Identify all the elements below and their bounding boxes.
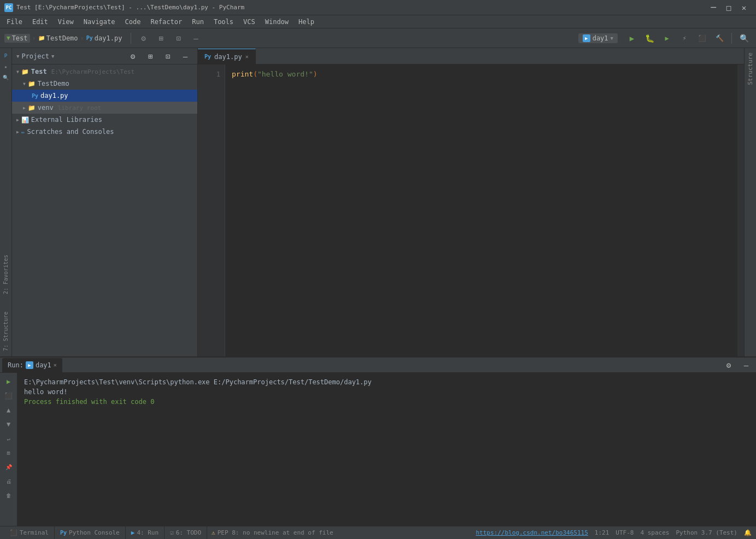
app-icon: PC xyxy=(4,3,13,12)
run-tab-label: Run: xyxy=(8,361,24,369)
collapse-tree-icon[interactable]: — xyxy=(178,49,193,64)
tab-close-day1py[interactable]: ✕ xyxy=(245,54,249,60)
menu-code[interactable]: Code xyxy=(121,17,145,27)
profile-button[interactable]: ⚡ xyxy=(677,31,692,46)
tree-item-testdemo[interactable]: ▼ 📁 TestDemo xyxy=(12,78,197,90)
menu-run[interactable]: Run xyxy=(187,17,208,27)
toolbar-sep2 xyxy=(731,33,732,44)
menu-help[interactable]: Help xyxy=(294,17,319,27)
favorites-label[interactable]: 2: Favorites xyxy=(3,251,9,297)
status-position[interactable]: 1:21 xyxy=(595,529,610,536)
menu-bar: File Edit View Navigate Code Refactor Ru… xyxy=(0,15,756,28)
expand-btn[interactable]: ⊡ xyxy=(171,31,186,46)
menu-navigate[interactable]: Navigate xyxy=(79,17,120,27)
run-tab-icon: ▶ xyxy=(26,361,33,369)
editor-tab-day1py[interactable]: Py day1.py ✕ xyxy=(198,49,256,64)
project-sidebar-icon[interactable]: P xyxy=(1,50,11,61)
pep-warning-text: PEP 8: no newline at end of file xyxy=(218,529,333,536)
menu-tools[interactable]: Tools xyxy=(209,17,238,27)
project-dropdown-arrow[interactable]: ▼ xyxy=(51,54,54,59)
tree-item-test[interactable]: ▼ 📁 Test E:\PycharmProjects\Test xyxy=(12,66,197,78)
print-icon[interactable]: 🖨 xyxy=(2,474,15,488)
tree-item-day1py[interactable]: Py day1.py xyxy=(12,90,197,102)
terminal-icon[interactable]: ⊞ xyxy=(2,446,15,459)
terminal-output[interactable]: E:\PycharmProjects\Test\venv\Scripts\pyt… xyxy=(17,373,756,526)
tree-label-ext-libs: External Libraries xyxy=(31,116,102,124)
menu-view[interactable]: View xyxy=(54,17,78,27)
settings-panel-icon[interactable]: ⚙ xyxy=(721,358,736,373)
project-title: ▼ Project ▼ xyxy=(16,52,123,60)
code-editor[interactable]: print("hello word!") xyxy=(225,65,737,356)
breadcrumb-day1py[interactable]: Py day1.py xyxy=(86,34,122,42)
breadcrumb-testdemo[interactable]: 📁 TestDemo xyxy=(38,34,78,42)
status-python-version[interactable]: Python 3.7 (Test) xyxy=(676,529,737,536)
run-button[interactable]: ▶ xyxy=(624,31,640,46)
run-stop-icon[interactable]: ⬛ xyxy=(2,389,15,402)
tree-item-scratches[interactable]: ▶ ✏ Scratches and Consoles xyxy=(12,126,197,138)
collapse-btn[interactable]: — xyxy=(188,31,203,46)
tree-item-venv[interactable]: ▶ 📁 venv library root xyxy=(12,102,197,114)
stop-button[interactable]: ⬛ xyxy=(694,31,710,46)
run-config-selector[interactable]: ▶ day1 ▼ xyxy=(578,33,618,43)
toolbar: ▼ Test › 📁 TestDemo › Py day1.py ⚙ ⊞ ⊡ —… xyxy=(0,28,756,48)
tree-label-venv: venv xyxy=(38,104,54,112)
breadcrumb-test: Test xyxy=(12,34,28,42)
scroll-down-icon[interactable]: ▼ xyxy=(2,418,15,431)
menu-window[interactable]: Window xyxy=(261,17,293,27)
run-bottom-label: 4: Run xyxy=(137,529,159,536)
run-coverage-button[interactable]: ▶ xyxy=(659,31,675,46)
clear-icon[interactable]: 🗑 xyxy=(2,489,15,502)
breadcrumb-sep2: › xyxy=(80,34,84,42)
python-console-tab[interactable]: Py Python Console xyxy=(55,526,126,540)
scroll-up-icon[interactable]: ▲ xyxy=(2,403,15,417)
find-icon[interactable]: 🔍 xyxy=(1,72,11,83)
project-selector[interactable]: ▼ Test xyxy=(4,34,30,43)
structure-sidebar-label[interactable]: Structure xyxy=(747,52,754,85)
run-tab-close[interactable]: ✕ xyxy=(54,362,57,368)
run-bottom-tab[interactable]: ▶ 4: Run xyxy=(126,526,165,540)
bottom-left-icons: ▶ ⬛ ▲ ▼ ↵ ⊞ 📌 🖨 🗑 xyxy=(0,373,17,526)
menu-vcs[interactable]: VCS xyxy=(239,17,260,27)
run-tab-name: day1 xyxy=(36,361,51,369)
python-console-icon: Py xyxy=(60,530,67,536)
search-everywhere-button[interactable]: 🔍 xyxy=(736,31,752,46)
tab-label-day1py: day1.py xyxy=(214,53,242,61)
notifications-icon[interactable]: 🔔 xyxy=(744,529,752,536)
project-icon: ▼ xyxy=(7,34,10,42)
code-close-paren: ) xyxy=(313,70,318,78)
layout-btn[interactable]: ⊞ xyxy=(153,31,168,46)
status-indent[interactable]: 4 spaces xyxy=(640,529,669,536)
minimize-button[interactable]: ─ xyxy=(706,0,721,15)
close-button[interactable]: ✕ xyxy=(736,0,752,15)
menu-file[interactable]: File xyxy=(2,17,27,27)
menu-edit[interactable]: Edit xyxy=(28,17,52,27)
folder-testdemo-icon: 📁 xyxy=(28,80,36,87)
todo-icon: ☑ xyxy=(170,529,174,536)
expand-tree-icon[interactable]: ⊡ xyxy=(160,49,175,64)
cog-icon[interactable]: ⊞ xyxy=(143,49,158,64)
debug-button[interactable]: 🐛 xyxy=(642,31,657,46)
pin-icon[interactable]: 📌 xyxy=(2,460,15,473)
run-play-icon[interactable]: ▶ xyxy=(2,375,15,388)
maximize-button[interactable]: □ xyxy=(721,0,736,15)
terminal-bottom-tab[interactable]: ⬛ Terminal xyxy=(4,526,55,540)
settings-btn[interactable]: ⚙ xyxy=(136,31,151,46)
editor-tabs: Py day1.py ✕ xyxy=(198,48,744,65)
structure-label[interactable]: 7: Structure xyxy=(3,308,9,354)
breadcrumb-sep1: › xyxy=(32,34,36,42)
bookmarks-icon[interactable]: ★ xyxy=(1,61,11,72)
run-tab[interactable]: Run: ▶ day1 ✕ xyxy=(2,358,62,372)
gear-icon[interactable]: ⚙ xyxy=(125,49,140,64)
arrow-ext: ▶ xyxy=(16,118,19,122)
minimize-panel-icon[interactable]: — xyxy=(739,358,754,373)
soft-wrap-icon[interactable]: ↵ xyxy=(2,432,15,445)
status-encoding[interactable]: UTF-8 xyxy=(616,529,634,536)
tree-path-test: E:\PycharmProjects\Test xyxy=(51,68,134,75)
status-link[interactable]: https://blog.csdn.net/bo3465115 xyxy=(476,529,588,536)
menu-refactor[interactable]: Refactor xyxy=(146,17,186,27)
line-number-1: 1 xyxy=(198,69,220,80)
tree-item-external-libs[interactable]: ▶ 📊 External Libraries xyxy=(12,114,197,126)
status-bottom-tabs: ⬛ Terminal Py Python Console ▶ 4: Run ☑ … xyxy=(4,526,207,540)
todo-tab[interactable]: ☑ 6: TODO xyxy=(165,526,207,540)
build-button[interactable]: 🔨 xyxy=(712,31,727,46)
